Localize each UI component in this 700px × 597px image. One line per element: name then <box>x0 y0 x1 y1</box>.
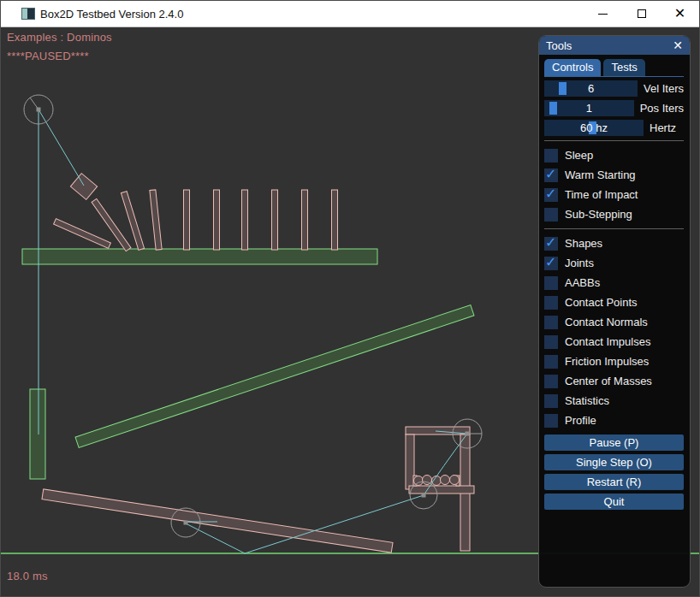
checkbox-box[interactable]: ✓ <box>544 168 558 182</box>
pillar <box>30 389 45 479</box>
rope-line-2 <box>39 109 84 186</box>
tab-tests[interactable]: Tests <box>603 59 644 76</box>
window-titlebar[interactable]: Box2D Testbed Version 2.4.0 ✕ <box>1 1 699 27</box>
tools-panel-title: Tools <box>546 39 572 52</box>
frame-top-joint-anchor <box>466 432 470 436</box>
separator <box>544 228 684 229</box>
slider-label: Hertz <box>650 121 676 134</box>
checkbox-sub-stepping[interactable]: Sub-Stepping <box>544 204 684 224</box>
slider-track[interactable]: 6 <box>544 80 638 97</box>
app-window: Box2D Testbed Version 2.4.0 ✕ Examples :… <box>0 0 700 597</box>
swinging-box <box>70 174 97 200</box>
tab-controls[interactable]: Controls <box>544 59 601 76</box>
tools-panel-body: ControlsTests 6Vel Iters1Pos Iters60 hzH… <box>539 55 690 510</box>
maximize-button[interactable] <box>622 1 661 27</box>
check-icon: ✓ <box>545 254 556 270</box>
domino-10 <box>332 190 338 250</box>
checkbox-center-of-masses[interactable]: Center of Masses <box>544 371 684 391</box>
domino-6 <box>214 190 220 250</box>
slider-track[interactable]: 1 <box>544 100 634 116</box>
checkbox-label: Time of Impact <box>565 188 638 201</box>
checkbox-label: Friction Impulses <box>565 355 649 368</box>
simulation-canvas[interactable]: Examples : Dominos ****PAUSED**** 18.0 m… <box>1 27 700 597</box>
checkbox-warm-starting[interactable]: ✓Warm Starting <box>544 165 684 185</box>
checkbox-label: Contact Impulses <box>565 335 650 348</box>
tools-panel-titlebar[interactable]: Tools ✕ <box>539 36 690 55</box>
checkbox-box[interactable] <box>544 276 558 290</box>
plank-joint-anchor <box>184 521 188 525</box>
button-quit[interactable]: Quit <box>544 494 684 510</box>
checkbox-aabbs[interactable]: AABBs <box>544 273 684 293</box>
example-label: Examples : Dominos <box>7 31 112 44</box>
checkbox-label: Contact Points <box>565 296 638 309</box>
domino-1 <box>54 219 111 249</box>
checkbox-profile[interactable]: Profile <box>544 411 684 430</box>
checkbox-sleep[interactable]: Sleep <box>544 145 684 165</box>
tools-panel-close-icon[interactable]: ✕ <box>673 39 683 51</box>
checkbox-box[interactable]: ✓ <box>544 188 558 202</box>
button-restart-r[interactable]: Restart (R) <box>544 474 684 490</box>
checkbox-label: AABBs <box>565 276 600 289</box>
minimize-button[interactable] <box>584 1 622 27</box>
window-title: Box2D Testbed Version 2.4.0 <box>40 8 183 21</box>
checkbox-label: Contact Normals <box>565 316 648 328</box>
check-icon: ✓ <box>545 186 556 202</box>
checkbox-box[interactable] <box>544 316 558 329</box>
check-icon: ✓ <box>545 234 556 251</box>
slider-vel-iters: 6Vel Iters <box>544 80 684 97</box>
checkbox-friction-impulses[interactable]: Friction Impulses <box>544 352 684 371</box>
slider-value: 1 <box>544 100 634 116</box>
checkbox-box[interactable] <box>544 414 558 428</box>
checkbox-box[interactable] <box>544 355 558 369</box>
checkbox-contact-impulses[interactable]: Contact Impulses <box>544 332 684 352</box>
close-icon: ✕ <box>674 7 685 21</box>
slider-value: 60 hz <box>544 120 644 136</box>
checkbox-box[interactable]: ✓ <box>544 237 558 251</box>
seesaw-plank <box>42 489 393 553</box>
action-buttons: Pause (P)Single Step (O)Restart (R)Quit <box>544 434 684 510</box>
checkbox-label: Joints <box>565 257 594 269</box>
checkbox-statistics[interactable]: Statistics <box>544 391 684 411</box>
pulley-joint-anchor <box>37 108 41 112</box>
checkbox-box[interactable] <box>544 296 558 310</box>
check-icon: ✓ <box>545 166 556 182</box>
frame-mid-joint-anchor <box>422 494 426 498</box>
ball-4 <box>441 476 450 485</box>
checkbox-label: Statistics <box>565 394 609 407</box>
checkbox-label: Warm Starting <box>565 168 636 181</box>
checkbox-box[interactable] <box>544 335 558 349</box>
checkbox-label: Shapes <box>565 237 602 250</box>
checkbox-box[interactable] <box>544 394 558 408</box>
checkbox-label: Sub-Stepping <box>565 208 632 221</box>
checkbox-label: Profile <box>565 414 596 427</box>
slider-value: 6 <box>544 80 638 97</box>
checkbox-label: Sleep <box>565 149 593 162</box>
tools-panel: Tools ✕ ControlsTests 6Vel Iters1Pos Ite… <box>538 35 691 588</box>
checkbox-box[interactable] <box>544 375 558 388</box>
draw-checkbox-group: ✓Shapes✓JointsAABBsContact PointsContact… <box>544 233 684 430</box>
button-pause-p[interactable]: Pause (P) <box>544 434 684 451</box>
domino-8 <box>272 190 278 250</box>
checkbox-time-of-impact[interactable]: ✓Time of Impact <box>544 185 684 204</box>
checkbox-contact-points[interactable]: Contact Points <box>544 293 684 312</box>
separator <box>544 140 684 141</box>
button-single-step-o[interactable]: Single Step (O) <box>544 454 684 470</box>
checkbox-label: Center of Masses <box>565 375 652 387</box>
maximize-icon <box>638 9 646 18</box>
paused-label: ****PAUSED**** <box>7 50 89 62</box>
slider-pos-iters: 1Pos Iters <box>544 100 684 116</box>
ball-5 <box>450 476 460 485</box>
frame-beam-4 <box>409 486 474 494</box>
checkbox-box[interactable]: ✓ <box>544 257 558 270</box>
tools-tabbar: ControlsTests <box>544 59 684 77</box>
checkbox-shapes[interactable]: ✓Shapes <box>544 233 684 253</box>
iteration-sliders: 6Vel Iters1Pos Iters60 hzHertz <box>544 80 684 136</box>
checkbox-joints[interactable]: ✓Joints <box>544 253 684 273</box>
domino-5 <box>184 190 190 250</box>
close-button[interactable]: ✕ <box>661 1 699 27</box>
slider-track[interactable]: 60 hz <box>544 120 644 136</box>
domino-9 <box>302 190 308 250</box>
checkbox-box[interactable] <box>544 149 558 163</box>
checkbox-contact-normals[interactable]: Contact Normals <box>544 312 684 332</box>
checkbox-box[interactable] <box>544 208 558 222</box>
